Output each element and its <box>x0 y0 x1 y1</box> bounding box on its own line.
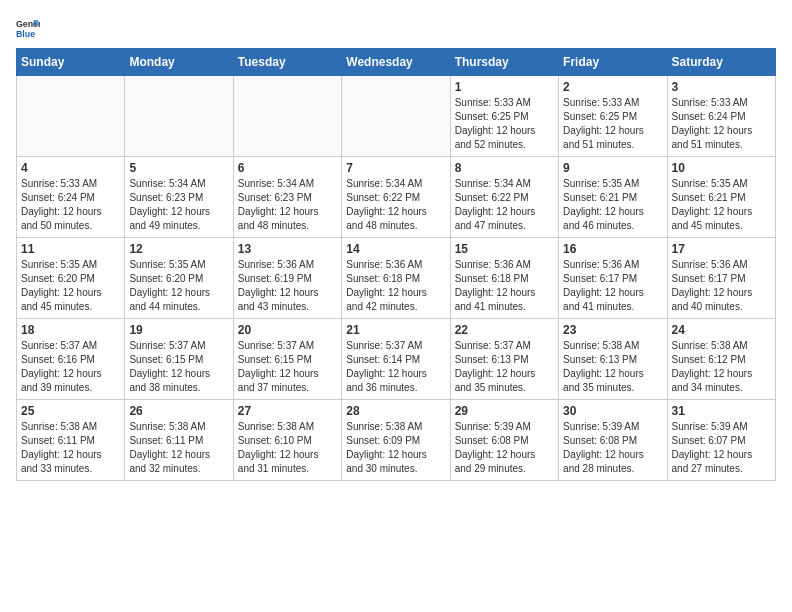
day-number: 5 <box>129 161 228 175</box>
day-info: Sunrise: 5:36 AMSunset: 6:17 PMDaylight:… <box>563 258 662 314</box>
day-number: 11 <box>21 242 120 256</box>
day-info: Sunrise: 5:37 AMSunset: 6:15 PMDaylight:… <box>129 339 228 395</box>
svg-text:Blue: Blue <box>16 29 35 39</box>
day-info: Sunrise: 5:36 AMSunset: 6:19 PMDaylight:… <box>238 258 337 314</box>
calendar-cell: 31Sunrise: 5:39 AMSunset: 6:07 PMDayligh… <box>667 400 775 481</box>
calendar-week-5: 25Sunrise: 5:38 AMSunset: 6:11 PMDayligh… <box>17 400 776 481</box>
day-number: 14 <box>346 242 445 256</box>
calendar-cell: 15Sunrise: 5:36 AMSunset: 6:18 PMDayligh… <box>450 238 558 319</box>
day-number: 2 <box>563 80 662 94</box>
calendar-cell: 27Sunrise: 5:38 AMSunset: 6:10 PMDayligh… <box>233 400 341 481</box>
day-info: Sunrise: 5:37 AMSunset: 6:15 PMDaylight:… <box>238 339 337 395</box>
calendar-cell: 3Sunrise: 5:33 AMSunset: 6:24 PMDaylight… <box>667 76 775 157</box>
day-number: 25 <box>21 404 120 418</box>
day-info: Sunrise: 5:38 AMSunset: 6:11 PMDaylight:… <box>129 420 228 476</box>
calendar-cell: 16Sunrise: 5:36 AMSunset: 6:17 PMDayligh… <box>559 238 667 319</box>
calendar-cell: 7Sunrise: 5:34 AMSunset: 6:22 PMDaylight… <box>342 157 450 238</box>
day-number: 27 <box>238 404 337 418</box>
day-number: 22 <box>455 323 554 337</box>
day-info: Sunrise: 5:39 AMSunset: 6:08 PMDaylight:… <box>563 420 662 476</box>
day-number: 16 <box>563 242 662 256</box>
day-info: Sunrise: 5:39 AMSunset: 6:07 PMDaylight:… <box>672 420 771 476</box>
day-number: 12 <box>129 242 228 256</box>
day-info: Sunrise: 5:37 AMSunset: 6:14 PMDaylight:… <box>346 339 445 395</box>
calendar-cell: 11Sunrise: 5:35 AMSunset: 6:20 PMDayligh… <box>17 238 125 319</box>
calendar-cell: 9Sunrise: 5:35 AMSunset: 6:21 PMDaylight… <box>559 157 667 238</box>
day-header-monday: Monday <box>125 49 233 76</box>
calendar-week-4: 18Sunrise: 5:37 AMSunset: 6:16 PMDayligh… <box>17 319 776 400</box>
day-number: 4 <box>21 161 120 175</box>
calendar-cell: 5Sunrise: 5:34 AMSunset: 6:23 PMDaylight… <box>125 157 233 238</box>
day-number: 9 <box>563 161 662 175</box>
calendar-cell: 17Sunrise: 5:36 AMSunset: 6:17 PMDayligh… <box>667 238 775 319</box>
day-number: 13 <box>238 242 337 256</box>
day-info: Sunrise: 5:38 AMSunset: 6:12 PMDaylight:… <box>672 339 771 395</box>
calendar-cell <box>17 76 125 157</box>
day-number: 19 <box>129 323 228 337</box>
day-info: Sunrise: 5:38 AMSunset: 6:13 PMDaylight:… <box>563 339 662 395</box>
day-info: Sunrise: 5:34 AMSunset: 6:23 PMDaylight:… <box>238 177 337 233</box>
day-number: 31 <box>672 404 771 418</box>
day-info: Sunrise: 5:34 AMSunset: 6:22 PMDaylight:… <box>455 177 554 233</box>
day-info: Sunrise: 5:36 AMSunset: 6:18 PMDaylight:… <box>346 258 445 314</box>
day-info: Sunrise: 5:39 AMSunset: 6:08 PMDaylight:… <box>455 420 554 476</box>
day-info: Sunrise: 5:35 AMSunset: 6:20 PMDaylight:… <box>129 258 228 314</box>
day-number: 30 <box>563 404 662 418</box>
day-number: 10 <box>672 161 771 175</box>
day-info: Sunrise: 5:33 AMSunset: 6:25 PMDaylight:… <box>563 96 662 152</box>
day-number: 7 <box>346 161 445 175</box>
calendar-cell: 1Sunrise: 5:33 AMSunset: 6:25 PMDaylight… <box>450 76 558 157</box>
day-number: 6 <box>238 161 337 175</box>
calendar-cell: 12Sunrise: 5:35 AMSunset: 6:20 PMDayligh… <box>125 238 233 319</box>
day-info: Sunrise: 5:37 AMSunset: 6:13 PMDaylight:… <box>455 339 554 395</box>
day-number: 17 <box>672 242 771 256</box>
day-number: 18 <box>21 323 120 337</box>
calendar-cell: 10Sunrise: 5:35 AMSunset: 6:21 PMDayligh… <box>667 157 775 238</box>
day-number: 23 <box>563 323 662 337</box>
day-info: Sunrise: 5:34 AMSunset: 6:23 PMDaylight:… <box>129 177 228 233</box>
day-header-saturday: Saturday <box>667 49 775 76</box>
day-info: Sunrise: 5:33 AMSunset: 6:24 PMDaylight:… <box>672 96 771 152</box>
day-number: 26 <box>129 404 228 418</box>
day-info: Sunrise: 5:35 AMSunset: 6:21 PMDaylight:… <box>563 177 662 233</box>
calendar-cell: 23Sunrise: 5:38 AMSunset: 6:13 PMDayligh… <box>559 319 667 400</box>
calendar-cell: 30Sunrise: 5:39 AMSunset: 6:08 PMDayligh… <box>559 400 667 481</box>
calendar-cell: 19Sunrise: 5:37 AMSunset: 6:15 PMDayligh… <box>125 319 233 400</box>
day-info: Sunrise: 5:35 AMSunset: 6:20 PMDaylight:… <box>21 258 120 314</box>
calendar-cell <box>342 76 450 157</box>
day-number: 15 <box>455 242 554 256</box>
day-number: 24 <box>672 323 771 337</box>
day-number: 3 <box>672 80 771 94</box>
calendar-week-1: 1Sunrise: 5:33 AMSunset: 6:25 PMDaylight… <box>17 76 776 157</box>
day-info: Sunrise: 5:38 AMSunset: 6:09 PMDaylight:… <box>346 420 445 476</box>
logo: General Blue <box>16 16 40 40</box>
calendar-cell: 25Sunrise: 5:38 AMSunset: 6:11 PMDayligh… <box>17 400 125 481</box>
day-info: Sunrise: 5:36 AMSunset: 6:17 PMDaylight:… <box>672 258 771 314</box>
calendar-cell: 21Sunrise: 5:37 AMSunset: 6:14 PMDayligh… <box>342 319 450 400</box>
day-number: 21 <box>346 323 445 337</box>
calendar-cell: 4Sunrise: 5:33 AMSunset: 6:24 PMDaylight… <box>17 157 125 238</box>
day-info: Sunrise: 5:36 AMSunset: 6:18 PMDaylight:… <box>455 258 554 314</box>
calendar-cell <box>125 76 233 157</box>
header: General Blue <box>16 16 776 40</box>
calendar-cell: 24Sunrise: 5:38 AMSunset: 6:12 PMDayligh… <box>667 319 775 400</box>
day-info: Sunrise: 5:34 AMSunset: 6:22 PMDaylight:… <box>346 177 445 233</box>
calendar-cell: 26Sunrise: 5:38 AMSunset: 6:11 PMDayligh… <box>125 400 233 481</box>
day-info: Sunrise: 5:33 AMSunset: 6:25 PMDaylight:… <box>455 96 554 152</box>
calendar-cell: 2Sunrise: 5:33 AMSunset: 6:25 PMDaylight… <box>559 76 667 157</box>
day-header-sunday: Sunday <box>17 49 125 76</box>
calendar-cell: 20Sunrise: 5:37 AMSunset: 6:15 PMDayligh… <box>233 319 341 400</box>
calendar-cell: 29Sunrise: 5:39 AMSunset: 6:08 PMDayligh… <box>450 400 558 481</box>
calendar-cell: 22Sunrise: 5:37 AMSunset: 6:13 PMDayligh… <box>450 319 558 400</box>
calendar-cell: 8Sunrise: 5:34 AMSunset: 6:22 PMDaylight… <box>450 157 558 238</box>
calendar-cell: 28Sunrise: 5:38 AMSunset: 6:09 PMDayligh… <box>342 400 450 481</box>
day-info: Sunrise: 5:38 AMSunset: 6:10 PMDaylight:… <box>238 420 337 476</box>
calendar-cell: 6Sunrise: 5:34 AMSunset: 6:23 PMDaylight… <box>233 157 341 238</box>
day-info: Sunrise: 5:38 AMSunset: 6:11 PMDaylight:… <box>21 420 120 476</box>
day-number: 1 <box>455 80 554 94</box>
day-header-tuesday: Tuesday <box>233 49 341 76</box>
day-info: Sunrise: 5:35 AMSunset: 6:21 PMDaylight:… <box>672 177 771 233</box>
day-header-thursday: Thursday <box>450 49 558 76</box>
calendar-week-2: 4Sunrise: 5:33 AMSunset: 6:24 PMDaylight… <box>17 157 776 238</box>
calendar-header-row: SundayMondayTuesdayWednesdayThursdayFrid… <box>17 49 776 76</box>
